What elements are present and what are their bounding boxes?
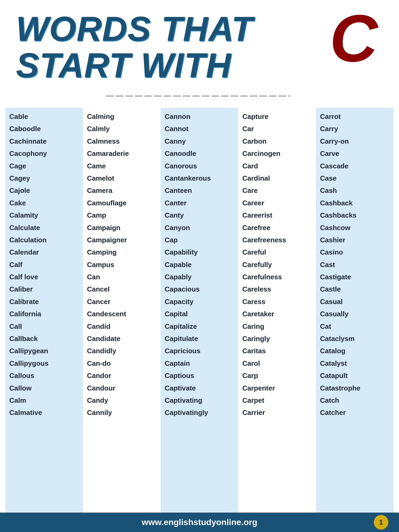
- word-item: Carrot: [320, 110, 390, 123]
- word-item: Calf: [9, 259, 79, 271]
- word-item: Cake: [9, 197, 79, 209]
- word-item: Calming: [87, 110, 157, 123]
- word-item: Cat: [320, 320, 390, 332]
- word-item: Candidate: [87, 332, 157, 345]
- word-item: Casually: [320, 308, 390, 320]
- word-item: Calmative: [9, 406, 79, 419]
- word-item: Capricious: [165, 345, 234, 357]
- word-item: Caboodle: [9, 123, 79, 135]
- word-item: Calmness: [87, 135, 157, 147]
- word-item: Cashier: [320, 234, 390, 246]
- word-item: Captain: [165, 357, 234, 369]
- word-item: Campaigner: [87, 234, 157, 246]
- word-item: Callback: [9, 332, 79, 345]
- word-item: Candid: [87, 320, 157, 332]
- word-item: Card: [242, 160, 312, 172]
- word-item: Carp: [242, 369, 312, 382]
- word-item: Candor: [87, 369, 157, 382]
- word-item: Captivatingly: [165, 406, 234, 419]
- word-item: Cast: [320, 259, 390, 271]
- divider: ———————————————————-: [0, 91, 399, 100]
- column-2: CalmingCalmlyCalmnessCamaraderieCameCame…: [83, 108, 161, 513]
- word-item: Campaign: [87, 222, 157, 234]
- word-item: Calendar: [9, 246, 79, 258]
- word-item: Calibrate: [9, 296, 79, 308]
- word-item: Career: [242, 197, 312, 209]
- word-item: Capitulate: [165, 332, 234, 345]
- word-item: Caliber: [9, 283, 79, 295]
- word-item: Cannon: [165, 110, 234, 123]
- word-item: Callipygous: [9, 357, 79, 369]
- word-item: Call: [9, 320, 79, 332]
- word-item: Cancer: [87, 296, 157, 308]
- word-item: Calm: [9, 394, 79, 406]
- word-item: California: [9, 308, 79, 320]
- word-item: Casual: [320, 296, 390, 308]
- word-item: Carcinogen: [242, 147, 312, 160]
- word-item: Caritas: [242, 345, 312, 357]
- word-item: Cajole: [9, 184, 79, 197]
- word-item: Catastrophe: [320, 382, 390, 394]
- word-item: Catalyst: [320, 357, 390, 369]
- word-item: Cascade: [320, 160, 390, 172]
- word-item: Capacious: [165, 283, 234, 295]
- word-item: Camera: [87, 184, 157, 197]
- word-item: Case: [320, 172, 390, 184]
- word-item: Cataclysm: [320, 332, 390, 345]
- word-item: Carefulness: [242, 271, 312, 283]
- word-item: Captivating: [165, 394, 234, 406]
- word-item: Caress: [242, 296, 312, 308]
- word-item: Cagey: [9, 172, 79, 184]
- word-item: Canorous: [165, 160, 234, 172]
- word-item: Capacity: [165, 296, 234, 308]
- word-item: Cachinnate: [9, 135, 79, 147]
- word-item: Camouflage: [87, 197, 157, 209]
- word-item: Carry-on: [320, 135, 390, 147]
- word-item: Callipygean: [9, 345, 79, 357]
- word-item: Candidly: [87, 345, 157, 357]
- word-item: Cardinal: [242, 172, 312, 184]
- word-item: Capitalize: [165, 320, 234, 332]
- word-item: Carefreeness: [242, 234, 312, 246]
- header: WORDS THAT START WITH C: [0, 0, 399, 89]
- word-item: Cacophony: [9, 147, 79, 160]
- word-item: Careless: [242, 283, 312, 295]
- word-item: Can-do: [87, 357, 157, 369]
- word-item: Car: [242, 123, 312, 135]
- column-4: CaptureCarCarbonCarcinogenCardCardinalCa…: [238, 108, 316, 513]
- word-item: Carpet: [242, 394, 312, 406]
- word-item: Cashcow: [320, 222, 390, 234]
- word-item: Caringly: [242, 332, 312, 345]
- word-item: Carol: [242, 357, 312, 369]
- word-item: Careerist: [242, 209, 312, 221]
- word-item: Cannily: [87, 406, 157, 419]
- word-item: Cable: [9, 110, 79, 123]
- word-item: Calculate: [9, 222, 79, 234]
- word-grid: CableCaboodleCachinnateCacophonyCageCage…: [0, 108, 399, 513]
- column-5: CarrotCarryCarry-onCarveCascadeCaseCashC…: [316, 108, 394, 513]
- word-item: Canter: [165, 197, 234, 209]
- word-item: Casino: [320, 246, 390, 258]
- word-item: Careful: [242, 246, 312, 258]
- word-item: Carbon: [242, 135, 312, 147]
- column-3: CannonCannotCannyCanoodleCanorousCantank…: [161, 108, 238, 513]
- word-item: Cage: [9, 160, 79, 172]
- footer-badge: 1: [374, 515, 388, 530]
- footer: www.englishstudyonline.org 1: [0, 513, 399, 532]
- word-item: Cash: [320, 184, 390, 197]
- word-item: Caring: [242, 320, 312, 332]
- word-item: Cannot: [165, 123, 234, 135]
- word-item: Canoodle: [165, 147, 234, 160]
- word-item: Carry: [320, 123, 390, 135]
- word-item: Came: [87, 160, 157, 172]
- word-item: Carefree: [242, 222, 312, 234]
- word-item: Castle: [320, 283, 390, 295]
- word-item: Calf love: [9, 271, 79, 283]
- word-item: Candy: [87, 394, 157, 406]
- word-item: Capable: [165, 259, 234, 271]
- big-c-letter: C: [330, 5, 378, 72]
- word-item: Camping: [87, 246, 157, 258]
- column-1: CableCaboodleCachinnateCacophonyCageCage…: [5, 108, 83, 513]
- word-item: Capital: [165, 308, 234, 320]
- word-item: Camp: [87, 209, 157, 221]
